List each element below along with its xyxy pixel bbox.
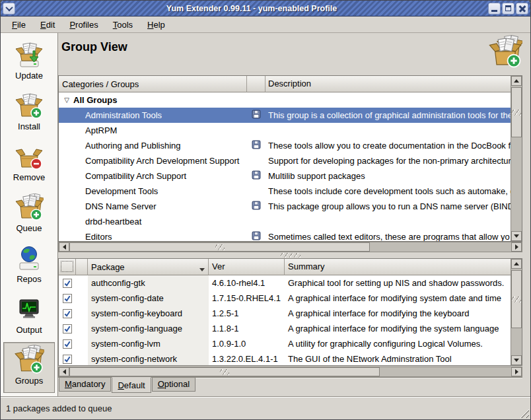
arrow-left-icon [63,244,66,250]
checkbox-checked[interactable] [63,279,72,288]
tab-optional[interactable]: Optional [152,378,195,392]
minimize-icon [491,10,497,12]
checkbox-checked[interactable] [63,294,72,303]
checkbox-checked[interactable] [63,339,72,349]
group-root-row[interactable]: ▽All Groups [59,92,511,108]
group-table-vscrollbar[interactable] [511,76,522,241]
group-table-hscrollbar[interactable] [58,242,522,252]
scroll-up-button[interactable] [511,76,522,86]
package-summary-cell: A utility for graphically configuring Lo… [285,336,511,351]
group-table-header: Categories / Groups Description [59,76,511,92]
install-icon [14,90,44,121]
expander-open-icon[interactable]: ▽ [62,96,71,104]
window-menu-button[interactable] [3,3,15,15]
scroll-right-button[interactable] [511,367,522,376]
column-header-summary[interactable]: Summary [285,259,511,275]
scrollbar-thumb[interactable] [69,367,380,376]
checkbox-checked[interactable] [63,324,72,333]
page-title: Group View [61,40,127,54]
scrollbar-thumb[interactable] [511,87,522,137]
sidebar-item-remove[interactable]: Remove [3,139,55,190]
package-row[interactable]: system-config-lvm1.0.9-1.0A utility for … [59,336,511,351]
scroll-down-button[interactable] [511,231,522,241]
floppy-icon [252,231,261,241]
sidebar-item-queue[interactable]: Queue [3,190,55,240]
group-name-cell: AptRPM [59,125,247,135]
column-header-ver[interactable]: Ver [209,259,285,275]
group-name-cell: Editors [59,232,247,241]
scroll-left-button[interactable] [59,242,69,252]
package-summary-cell: A graphical interface for modifying the … [285,306,511,321]
package-summary-cell: A graphical interface for modifying syst… [285,291,511,306]
floppy-icon [252,110,261,121]
close-button[interactable] [516,3,528,15]
column-header-categories[interactable]: Categories / Groups [59,76,247,92]
sidebar-item-label: Repos [17,274,42,284]
sidebar-item-output[interactable]: Output [3,291,55,342]
tab-mandatory[interactable]: Mandatory [59,378,111,392]
menu-edit[interactable]: Edit [34,18,61,31]
package-table-header: Package Ver Summary [59,259,511,275]
tab-default[interactable]: Default [112,377,151,393]
scrollbar-track[interactable] [511,328,522,355]
scroll-up-button[interactable] [511,259,522,269]
group-status-cell [247,231,266,241]
app-window: Yum Extender 0.99.11 - yum-enabled Profi… [0,0,531,420]
package-row[interactable]: authconfig-gtk4.6.10-rhel4.1Graphical to… [59,275,511,291]
sidebar-item-repos[interactable]: Repos [3,240,55,291]
column-header-status[interactable] [247,76,266,92]
menu-tools[interactable]: Tools [107,18,139,31]
group-row[interactable]: Administration ToolsThis group is a coll… [59,108,511,123]
column-header-description[interactable]: Description [266,76,511,92]
package-row[interactable]: system-config-network1.3.22.0.EL.4.1-1Th… [59,351,511,365]
scrollbar-track[interactable] [380,367,511,376]
sidebar-item-install[interactable]: Install [3,88,55,139]
package-table-hscrollbar[interactable] [58,367,522,377]
group-row[interactable]: Compatibility Arch Development SupportSu… [59,153,511,168]
package-row[interactable]: system-config-date1.7.15-0.RHEL4.1A grap… [59,291,511,306]
package-name-cell: authconfig-gtk [88,275,209,291]
scrollbar-thumb[interactable] [69,242,370,252]
maximize-icon [505,5,511,11]
scrollbar-track[interactable] [370,242,511,252]
sidebar-item-groups[interactable]: Groups [3,342,55,393]
menu-file[interactable]: File [6,18,32,31]
group-description-cell: Sometimes called text editors, these are… [266,232,511,241]
scroll-left-button[interactable] [59,367,69,376]
groups-icon [488,35,522,69]
maximize-button[interactable] [502,3,514,15]
column-header-checkbox[interactable] [59,259,76,275]
group-status-cell [247,140,266,151]
group-row[interactable]: Compatibility Arch SupportMultilib suppo… [59,168,511,184]
menu-profiles[interactable]: Profiles [63,18,104,31]
scroll-down-button[interactable] [511,355,522,365]
scrollbar-thumb[interactable] [511,270,522,328]
group-row[interactable]: AptRPM [59,123,511,138]
package-ver-cell: 4.6.10-rhel4.1 [209,275,285,291]
package-table-vscrollbar[interactable] [511,259,522,365]
group-row[interactable]: Development ToolsThese tools include cor… [59,184,511,199]
package-name-cell: system-config-language [88,321,209,336]
checkbox-checked[interactable] [63,309,72,318]
package-row[interactable]: system-config-language1.1.8-1A graphical… [59,321,511,336]
column-header-package[interactable]: Package [88,259,209,275]
group-row[interactable]: Authoring and PublishingThese tools allo… [59,138,511,153]
menu-help[interactable]: Help [141,18,171,31]
arrow-down-icon [514,359,519,362]
scroll-right-button[interactable] [511,242,522,252]
checkbox-checked[interactable] [63,355,72,364]
group-name-cell: Development Tools [59,186,247,196]
column-header-spare[interactable] [76,259,88,275]
resize-grip[interactable] [518,407,529,418]
group-row[interactable]: EditorsSometimes called text editors, th… [59,229,511,241]
minimize-button[interactable] [488,3,501,15]
sidebar-item-update[interactable]: Update [3,37,55,88]
group-row[interactable]: DNS Name ServerThis package group allows… [59,199,511,214]
package-checkbox-cell [59,275,76,291]
package-row[interactable]: system-config-keyboard1.2.5-1A graphical… [59,306,511,321]
group-row[interactable]: drbd-heartbeat [59,214,511,229]
package-summary-cell: The GUI of the NEtwork Adminstration Too… [285,351,511,365]
titlebar[interactable]: Yum Extender 0.99.11 - yum-enabled Profi… [1,1,530,17]
pane-splitter-handle[interactable] [58,252,522,258]
scrollbar-track[interactable] [511,137,522,231]
